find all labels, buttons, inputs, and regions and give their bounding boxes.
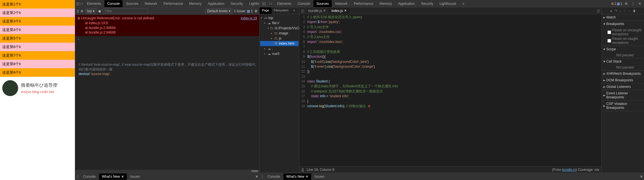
tab-sources[interactable]: Sources <box>123 0 141 7</box>
levels-selector[interactable]: Default levels ▾ <box>205 9 232 14</box>
drawer-issues[interactable]: Issues <box>127 173 143 180</box>
editor-tab-index[interactable]: index.js ✕ <box>329 8 350 14</box>
gear-icon[interactable]: ⚙ <box>623 2 629 6</box>
nav-tab-page[interactable]: Page <box>260 7 272 14</box>
issue-badge[interactable]: ▦1 <box>617 2 622 6</box>
nav-toggle-icon[interactable]: ◫ <box>299 9 306 13</box>
event-bp-section[interactable]: ▸Event Listener Breakpoints <box>602 90 644 100</box>
issues-link[interactable]: 1 Issue: ▦ 1 <box>234 9 253 13</box>
bundle-link[interactable]: bundle.js <box>562 168 576 172</box>
console-prompt[interactable]: › <box>75 36 259 42</box>
profile-name: 骑着蜗牛ひ追导弹' <box>21 82 58 88</box>
resume-icon[interactable]: ▸ <box>611 9 612 13</box>
tree-project[interactable]: ▾🗀 G:/Projects/VsCodeProjec <box>260 26 298 31</box>
pause-uncaught-checkbox[interactable]: Pause on uncaught exceptions <box>607 28 642 36</box>
gear-icon[interactable]: ⚙ <box>254 9 258 13</box>
tab-performance[interactable]: Performance <box>161 0 186 7</box>
csp-bp-section[interactable]: ▸CSP Violation Breakpoints <box>602 101 644 111</box>
tab-network[interactable]: Network <box>142 0 160 7</box>
drawer-tabs: ⋮ Console What's New✕ Issues ✕ <box>75 173 259 180</box>
cursor-position: Line 19, Column 8 <box>307 168 334 172</box>
live-expression-icon[interactable]: ◉ <box>98 9 101 13</box>
global-listeners-section[interactable]: ▸Global Listeners <box>602 84 644 90</box>
scope-section[interactable]: ▾Scope <box>602 46 644 52</box>
step-out-icon[interactable]: ↑ <box>624 9 625 13</box>
tree-folder-js[interactable]: ▸🗀 js <box>260 36 298 41</box>
list-item: 这是第5个li <box>0 34 75 43</box>
list-item: 这是第7个li <box>0 51 75 60</box>
dom-bp-section[interactable]: ▸DOM Breakpoints <box>602 77 644 83</box>
device-icon[interactable]: ⫶⫶ <box>268 2 274 6</box>
tab-memory[interactable]: Memory <box>186 0 204 7</box>
tab-console[interactable]: Console <box>104 0 123 7</box>
step-icon[interactable]: → <box>628 9 631 13</box>
drawer-console[interactable]: Console <box>265 173 283 180</box>
console-toolbar: ▯ ⊘ top ▾ ◉ Default levels ▾ 1 Issue: ▦ … <box>75 7 259 15</box>
context-selector[interactable]: top ▾ <box>85 9 96 14</box>
tab-elements[interactable]: Elements <box>84 0 104 7</box>
tab-security[interactable]: Security <box>228 0 246 7</box>
menu-icon[interactable]: ⋮ <box>630 2 636 6</box>
inspect-icon[interactable]: ◰ <box>261 2 267 6</box>
tab-network[interactable]: Network <box>332 0 350 7</box>
tab-lighthouse[interactable]: Lighthouse <box>437 0 459 7</box>
tree-folder-image[interactable]: ▸🗀 image <box>260 31 298 36</box>
list-item: 这是第9个li <box>0 68 75 77</box>
tree-top[interactable]: ▾▭ top <box>260 15 298 20</box>
profile-url: wszyx.blog.csdn.net <box>21 90 58 94</box>
console-body: index.js:19 ⊗ Uncaught ReferenceError: c… <box>75 15 259 173</box>
drawer-whatsnew[interactable]: What's New✕ <box>99 173 127 180</box>
drawer-console[interactable]: Console <box>80 173 98 180</box>
close-icon[interactable]: ✕ <box>255 175 258 179</box>
avatar <box>2 80 18 96</box>
close-icon[interactable]: ✕ <box>121 175 124 179</box>
error-badge[interactable]: ⊗1 <box>611 2 616 6</box>
bracket-icon[interactable]: {} <box>302 168 304 172</box>
profile-watermark: 骑着蜗牛ひ追导弹' wszyx.blog.csdn.net <box>0 77 75 100</box>
step-over-icon[interactable]: ↷ <box>614 9 617 13</box>
filter-input[interactable] <box>103 9 148 14</box>
clear-console-icon[interactable]: ⊘ <box>81 9 83 13</box>
tab-sources[interactable]: Sources <box>313 0 332 7</box>
close-icon[interactable]: ✕ <box>640 175 643 179</box>
tab-security[interactable]: Security <box>418 0 436 7</box>
inspect-icon[interactable]: ◰ <box>76 2 79 6</box>
tab-elements[interactable]: Elements <box>274 0 294 7</box>
nav-tab-filesystem[interactable]: Filesystem <box>272 7 291 14</box>
pause-caught-checkbox[interactable]: Pause on caught exceptions <box>607 36 642 45</box>
source-mapped-from: (From bundle.js) Coverage: n/a <box>552 168 599 172</box>
scrollbar-horizontal[interactable] <box>75 170 259 173</box>
sidebar-toggle-icon[interactable]: ▯ <box>77 9 79 13</box>
code-area[interactable]: 1// 1.使用 ES6 模块化语法导入 jquery2import $ fro… <box>299 14 601 166</box>
menu-icon[interactable]: ⋮ <box>261 175 264 179</box>
drawer-whatsnew[interactable]: What's New✕ <box>283 173 311 180</box>
step-into-icon[interactable]: ↓ <box>620 9 621 13</box>
tab-application[interactable]: Application <box>205 0 227 7</box>
console-error[interactable]: index.js:19 ⊗ Uncaught ReferenceError: c… <box>75 15 259 36</box>
callstack-section[interactable]: ▾Call Stack <box>602 58 644 65</box>
tab-performance[interactable]: Performance <box>351 0 376 7</box>
editor-tab-bundle[interactable]: bundle.js ✕ <box>306 8 329 14</box>
deactivate-bp-icon[interactable]: ⬮ <box>633 9 635 13</box>
list-item: 这是第6个li <box>0 43 75 51</box>
breakpoints-section[interactable]: ▾Breakpoints <box>602 21 644 27</box>
watch-section[interactable]: ▸Watch <box>602 14 644 20</box>
tree-file-origin[interactable]: ▾☁ file:// <box>260 20 298 26</box>
tab-application[interactable]: Application <box>395 0 418 7</box>
drawer-issues[interactable]: Issues <box>312 173 327 180</box>
error-source-link[interactable]: index.js:19 <box>241 16 257 21</box>
device-icon[interactable]: ⫶⫶ <box>80 2 83 6</box>
tab-memory[interactable]: Memory <box>377 0 395 7</box>
close-icon[interactable]: ✕ <box>306 175 308 179</box>
tabs-overflow[interactable]: » <box>460 0 467 7</box>
tab-console[interactable]: Console <box>295 0 313 7</box>
tree-vue3[interactable]: ▸☁ vue3 <box>260 51 298 56</box>
menu-icon[interactable]: ⋮ <box>76 175 80 179</box>
nav-overflow[interactable]: » <box>291 7 297 14</box>
file-tree: ▾▭ top ▾☁ file:// ▾🗀 G:/Projects/VsCodeP… <box>260 14 299 57</box>
close-icon[interactable]: ✕ <box>637 2 643 6</box>
debug-toggle-icon[interactable]: ◫ <box>595 9 601 13</box>
tree-index-html[interactable]: 🖹 index.html <box>260 41 298 46</box>
xhr-bp-section[interactable]: ▸XHR/fetch Breakpoints <box>602 71 644 77</box>
tree-dot[interactable]: ▸☁ . <box>260 46 298 51</box>
